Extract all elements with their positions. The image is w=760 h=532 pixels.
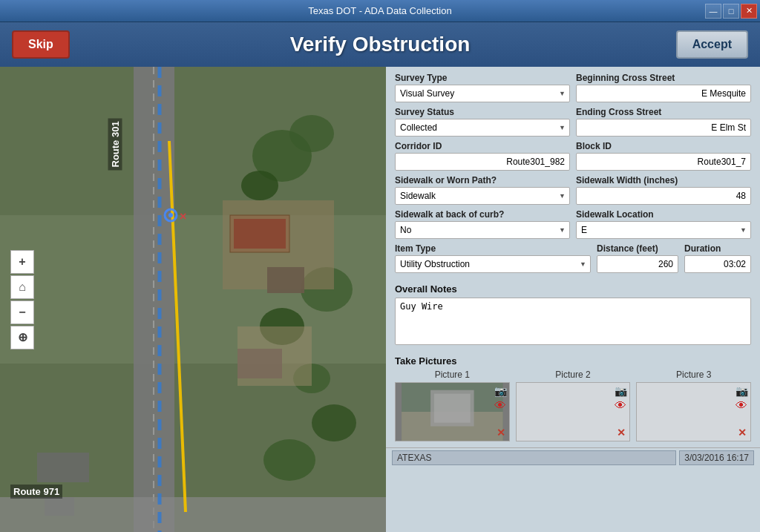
form-row-4: Sidewalk or Worn Path? Sidewalk Sidewalk… [395,175,751,205]
form-row-6: Item Type Utility Obstruction Distance (… [395,243,751,273]
map-area: × Route 301 Route 971 + ⌂ − ⊕ [0,67,386,532]
maximize-button[interactable]: □ [723,4,739,19]
duration-group: Duration [684,243,751,273]
item-type-select[interactable]: Utility Obstruction [395,255,591,273]
zoom-out-button[interactable]: − [10,301,34,324]
svg-rect-18 [234,219,286,249]
block-id-input[interactable] [576,153,751,171]
svg-rect-16 [238,349,282,378]
corridor-id-label: Corridor ID [395,141,570,151]
notes-section: Overall Notes Guy Wire [386,280,760,352]
home-button[interactable]: ⌂ [10,275,34,299]
status-date: 3/03/2016 16:17 [679,450,754,465]
sidewalk-width-label: Sidewalk Width (inches) [576,175,751,185]
delete-picture-2[interactable]: ✕ [617,427,626,439]
title-bar: Texas DOT - ADA Data Collection — □ ✕ [0,0,760,22]
picture-1-label: Picture 1 [435,370,470,380]
picture-2-col: Picture 2 📷 👁 ✕ [516,370,631,441]
sidewalk-at-curb-select[interactable]: No [395,221,570,239]
sidewalk-location-group: Sidewalk Location E [576,209,751,239]
duration-label: Duration [684,243,751,254]
form-row-1: Survey Type Visual Survey Beginning Cros… [395,73,751,102]
corridor-id-input[interactable] [395,153,570,171]
camera-icon-1[interactable]: 📷 [494,385,507,397]
sidewalk-or-path-label: Sidewalk or Worn Path? [395,175,570,185]
form-section-main: Survey Type Visual Survey Beginning Cros… [386,67,760,280]
camera-icon-3[interactable]: 📷 [736,385,748,397]
beginning-cross-street-group: Beginning Cross Street [576,73,751,102]
sidewalk-location-select-wrapper: E [576,221,751,239]
header: Skip Verify Obstruction Accept [0,22,760,67]
picture-1-col: Picture 1 📷 👁 ✕ [395,370,510,441]
beginning-cross-street-input[interactable] [576,85,751,102]
sidewalk-width-input[interactable] [576,187,751,205]
status-user: ATEXAS [392,450,676,465]
item-type-label: Item Type [395,243,591,254]
survey-status-label: Survey Status [395,107,570,117]
notes-title: Overall Notes [395,283,751,295]
sidewalk-location-label: Sidewalk Location [576,209,751,220]
svg-rect-19 [37,453,89,482]
notes-textarea[interactable]: Guy Wire [395,298,751,345]
delete-picture-3[interactable]: ✕ [738,427,747,439]
form-row-3: Corridor ID Block ID [395,141,751,171]
sidewalk-at-curb-label: Sidewalk at back of curb? [395,209,570,220]
picture-3-col: Picture 3 📷 👁 ✕ [636,370,751,441]
page-title: Verify Obstruction [290,33,471,56]
svg-rect-32 [434,394,471,423]
eye-icon-2[interactable]: 👁 [615,399,627,413]
form-row-2: Survey Status Collected Ending Cross Str… [395,107,751,137]
sidewalk-or-path-group: Sidewalk or Worn Path? Sidewalk [395,175,570,205]
ending-cross-street-input[interactable] [576,119,751,137]
survey-type-label: Survey Type [395,73,570,83]
svg-point-5 [289,115,334,152]
picture-1-box: 📷 👁 ✕ [395,382,510,441]
forms-area: Survey Type Visual Survey Beginning Cros… [386,67,760,532]
picture-2-label: Picture 2 [555,370,590,380]
survey-type-select[interactable]: Visual Survey [395,85,570,102]
form-row-5: Sidewalk at back of curb? No Sidewalk Lo… [395,209,751,239]
camera-icon-2[interactable]: 📷 [615,385,627,397]
block-id-label: Block ID [576,141,751,151]
svg-rect-17 [267,267,304,293]
sidewalk-or-path-select[interactable]: Sidewalk [395,187,570,205]
beginning-cross-street-label: Beginning Cross Street [576,73,751,83]
minimize-button[interactable]: — [705,4,721,19]
block-id-group: Block ID [576,141,751,171]
map-controls: + ⌂ − ⊕ [10,250,34,349]
survey-status-group: Survey Status Collected [395,107,570,137]
sidewalk-or-path-select-wrapper: Sidewalk [395,187,570,205]
zoom-in-button[interactable]: + [10,250,34,274]
distance-feet-input[interactable] [597,255,678,273]
sidewalk-location-select[interactable]: E [576,221,751,239]
location-button[interactable]: ⊕ [10,326,34,349]
delete-picture-1[interactable]: ✕ [497,427,505,439]
picture-2-icons: 📷 👁 [615,385,627,413]
sidewalk-at-curb-group: Sidewalk at back of curb? No [395,209,570,239]
picture-1-icons: 📷 👁 [494,385,507,413]
corridor-id-group: Corridor ID [395,141,570,171]
accept-button[interactable]: Accept [676,30,748,59]
route-971-label: Route 971 [10,485,62,499]
skip-button[interactable]: Skip [12,30,70,59]
svg-rect-23 [0,497,386,532]
close-button[interactable]: ✕ [741,4,757,19]
distance-feet-label: Distance (feet) [597,243,678,254]
pictures-section: Take Pictures Picture 1 📷 [386,352,760,447]
eye-icon-3[interactable]: 👁 [736,399,748,413]
survey-type-group: Survey Type Visual Survey [395,73,570,102]
pictures-title: Take Pictures [395,355,751,367]
title-bar-text: Texas DOT - ADA Data Collection [308,5,451,16]
picture-3-label: Picture 3 [676,370,711,380]
svg-point-27 [168,213,173,217]
duration-input[interactable] [684,255,751,273]
item-type-group: Item Type Utility Obstruction [395,243,591,273]
survey-status-select-wrapper: Collected [395,119,570,137]
eye-icon-1[interactable]: 👁 [494,399,507,413]
picture-3-box: 📷 👁 ✕ [636,382,751,441]
ending-cross-street-label: Ending Cross Street [576,107,751,117]
item-type-select-wrapper: Utility Obstruction [395,255,591,273]
picture-2-box: 📷 👁 ✕ [516,382,631,441]
pictures-row: Picture 1 📷 👁 ✕ [395,370,751,441]
survey-status-select[interactable]: Collected [395,119,570,137]
